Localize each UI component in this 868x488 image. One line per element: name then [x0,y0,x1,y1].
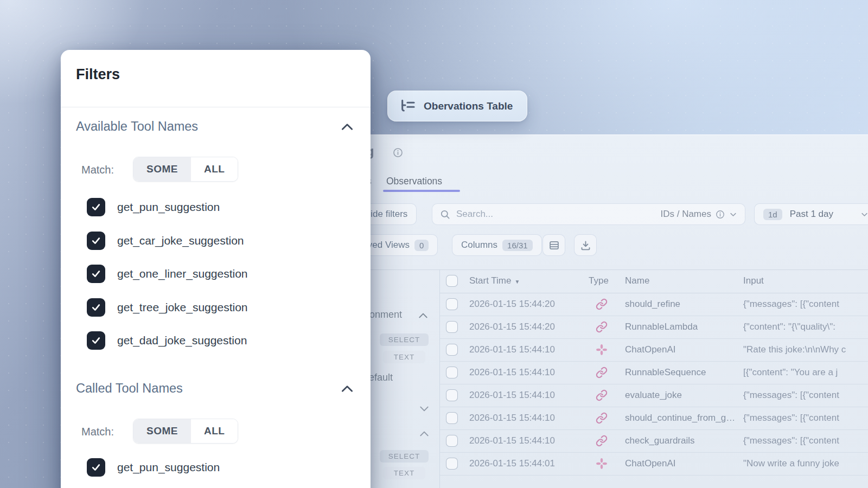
link-icon [596,435,608,447]
cell-input: {"messages": [{"content [743,390,866,401]
match-some-button[interactable]: SOME [133,419,191,443]
cell-start-time: 2026-01-15 15:44:10 [469,435,555,446]
row-divider [440,361,868,362]
row-checkbox[interactable] [446,367,458,378]
match-all-button[interactable]: ALL [191,157,238,181]
row-checkbox[interactable] [446,389,458,401]
cell-name: should_continue_from_g… [625,413,735,423]
cell-start-time: 2026-01-15 15:44:10 [469,413,555,423]
cell-input: {"messages": [{"content [743,299,866,310]
cell-name: should_refine [625,299,680,310]
checkbox-checked[interactable] [87,458,105,477]
cell-start-time: 2026-01-15 15:44:10 [469,367,555,378]
match-mode-toggle: SOME ALL [133,157,238,182]
checkbox-checked[interactable] [87,331,105,350]
sidebar-type-text-toggle[interactable]: TEXT [383,467,425,479]
row-checkbox[interactable] [446,458,458,470]
cell-start-time: 2026-01-15 15:44:20 [469,299,555,310]
chevron-down-icon [729,210,737,219]
cell-name: evaluate_joke [625,390,682,401]
date-range-label: Past 1 day [790,209,833,220]
observations-table-pill-label: Obervations Table [424,100,513,112]
column-header-start-time[interactable]: Start Time▼ [469,275,520,286]
sidebar-type-select-toggle[interactable]: SELECT [380,450,429,463]
column-header-type[interactable]: Type [589,275,609,286]
filter-option-row[interactable]: get_dad_joke_suggestion [87,331,247,350]
modal-divider [61,107,371,107]
match-some-button[interactable]: SOME [133,157,191,181]
columns-count-badge: 16/31 [502,240,533,251]
download-icon [580,240,591,251]
tab-observations[interactable]: Observations [386,176,442,187]
filters-modal-title: Filters [76,66,120,83]
columns-button[interactable]: Columns 16/31 [452,234,542,256]
match-mode-toggle: SOME ALL [133,419,238,444]
chevron-down-icon [860,210,868,219]
filter-option-row[interactable]: get_pun_suggestion [87,198,220,216]
row-divider [440,429,868,430]
cell-start-time: 2026-01-15 15:44:10 [469,390,555,401]
row-divider [440,316,868,316]
cell-name: ChatOpenAI [625,458,676,469]
sort-desc-indicator: ▼ [514,279,520,285]
row-checkbox[interactable] [446,344,458,356]
table-left-divider [439,269,440,488]
checkbox-checked[interactable] [87,265,105,283]
column-header-name[interactable]: Name [625,275,649,286]
row-divider [440,407,868,407]
date-range-badge: 1d [763,209,782,220]
list-tree-icon [399,98,416,115]
search-scope-label: IDs / Names [660,209,711,220]
column-header-input[interactable]: Input [743,275,764,286]
link-icon [596,321,608,333]
filter-option-row[interactable]: get_pun_suggestion [87,458,220,477]
match-all-button[interactable]: ALL [191,419,238,443]
link-icon [596,298,608,310]
row-checkbox[interactable] [446,412,458,424]
cell-input: "Now write a funny joke [743,458,866,469]
cell-name: RunnableLambda [625,322,698,332]
row-divider [440,384,868,384]
link-icon [596,389,608,401]
observations-table-pill[interactable]: Obervations Table [387,91,527,121]
link-icon [596,367,608,378]
row-checkbox[interactable] [446,321,458,333]
search-input[interactable]: Search... IDs / Names [432,203,745,225]
link-icon [596,412,608,424]
row-checkbox[interactable] [446,298,458,310]
filters-modal: Filters Available Tool Names Match: SOME… [61,50,371,488]
checkbox-checked[interactable] [87,198,105,216]
row-height-button[interactable] [542,234,565,256]
search-scope-dropdown[interactable]: IDs / Names [660,209,737,220]
match-label: Match: [81,164,114,176]
checkbox-checked[interactable] [87,232,105,250]
row-checkbox[interactable] [446,435,458,447]
cell-input: "Rate this joke:\n\nWhy c [743,344,866,355]
chevron-down-icon[interactable] [419,404,430,413]
info-icon [716,210,725,219]
cell-name: RunnableSequence [625,367,706,378]
filter-option-row[interactable]: get_one_liner_suggestion [87,265,248,283]
chevron-up-icon[interactable] [340,122,354,132]
section-called-tool-names: Called Tool Names [76,381,183,396]
active-tab-indicator [383,190,460,192]
export-button[interactable] [574,234,597,256]
generation-icon [596,458,608,470]
cell-input: {"content": "{\"quality\": [743,322,866,332]
select-all-checkbox[interactable] [446,275,458,287]
cell-input: {"messages": [{"content [743,435,866,446]
hide-filters-label: Hide filters [364,209,407,220]
checkbox-checked[interactable] [87,298,105,317]
match-label: Match: [81,426,114,438]
filter-option-row[interactable]: get_tree_joke_suggestion [87,298,248,317]
search-icon [440,209,450,220]
chevron-up-icon[interactable] [419,429,430,438]
chevron-up-icon[interactable] [340,384,354,394]
row-divider [440,338,868,339]
chevron-up-icon[interactable] [418,311,429,320]
sidebar-type-select-toggle[interactable]: SELECT [380,333,429,346]
section-available-tool-names: Available Tool Names [76,119,198,134]
date-range-picker[interactable]: 1d Past 1 day [754,203,868,225]
sidebar-type-text-toggle[interactable]: TEXT [383,351,425,363]
filter-option-row[interactable]: get_car_joke_suggestion [87,232,244,250]
